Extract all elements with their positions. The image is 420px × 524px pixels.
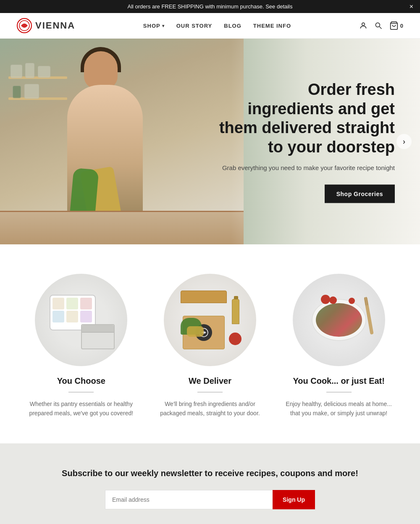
noodles-shape <box>187 326 204 337</box>
account-icon <box>359 21 368 30</box>
tomato-top-3 <box>349 298 355 304</box>
person-head <box>84 51 118 89</box>
announcement-bar: All orders are FREE SHIPPING with minimu… <box>0 0 420 13</box>
header-icons: 0 <box>359 21 403 30</box>
feature-divider-choose <box>68 392 94 393</box>
feature-desc-cook: Enjoy healthy, delicious meals at home..… <box>284 399 394 418</box>
feature-divider-deliver <box>197 392 223 393</box>
feature-title-deliver: We Deliver <box>189 376 231 386</box>
tomato-top-2 <box>329 296 337 304</box>
newsletter-section: Subscribe to our weekly newsletter to re… <box>0 443 420 524</box>
announcement-close-button[interactable]: × <box>410 3 413 10</box>
nav-item-our-story[interactable]: OUR STORY <box>176 23 213 29</box>
sign-up-button[interactable]: Sign Up <box>273 490 315 509</box>
jar-2 <box>25 63 34 78</box>
cart-icon <box>389 21 399 30</box>
svg-point-3 <box>375 23 380 27</box>
food-container <box>81 324 115 349</box>
email-input[interactable] <box>105 490 273 509</box>
nav-item-theme-info[interactable]: THEME INFO <box>253 23 291 29</box>
feature-divider-cook <box>326 392 352 393</box>
feature-desc-choose: Whether its pantry essentials or healthy… <box>26 399 136 418</box>
hero-subtitle: Grab everything you need to make your fa… <box>218 163 395 173</box>
logo-link[interactable]: VIENNA <box>17 18 75 33</box>
feature-circle-deliver <box>164 274 256 366</box>
hero-section: Order fresh ingredients and get them del… <box>0 39 420 244</box>
jar-3 <box>38 66 50 78</box>
main-nav: SHOP ▾ OUR STORY BLOG THEME INFO <box>143 23 291 29</box>
hero-cta-button[interactable]: Shop Groceries <box>325 184 395 203</box>
olive-oil-bottle <box>232 299 239 324</box>
announcement-text: All orders are FREE SHIPPING with minimu… <box>127 3 292 10</box>
hero-next-arrow[interactable]: › <box>396 134 412 149</box>
newsletter-form: Sign Up <box>105 490 315 509</box>
feature-item-cook: You Cook... or just Eat! Enjoy healthy, … <box>283 274 395 418</box>
feature-title-cook: You Cook... or just Eat! <box>293 376 385 386</box>
tomato-top-1 <box>321 295 330 304</box>
feature-circle-cook <box>293 274 385 366</box>
feature-circle-choose <box>35 274 127 366</box>
hero-image <box>0 39 244 244</box>
svg-point-2 <box>362 23 365 26</box>
search-icon <box>374 21 383 30</box>
nav-item-shop[interactable]: SHOP ▾ <box>143 23 165 29</box>
svg-line-4 <box>379 27 381 29</box>
feature-desc-deliver: We'll bring fresh ingredients and/or pac… <box>155 399 265 418</box>
features-grid: You Choose Whether its pantry essentials… <box>25 274 395 418</box>
hero-title: Order fresh ingredients and get them del… <box>218 80 395 157</box>
shop-dropdown-icon: ▾ <box>162 24 165 28</box>
logo-text: VIENNA <box>35 20 75 31</box>
feature-item-deliver: We Deliver We'll bring fresh ingredients… <box>154 274 266 418</box>
logo-icon <box>17 18 32 33</box>
search-button[interactable] <box>374 21 383 30</box>
hero-content: Order fresh ingredients and get them del… <box>218 80 395 203</box>
feature-title-choose: You Choose <box>57 376 105 386</box>
jar-4 <box>13 86 21 98</box>
header: VIENNA SHOP ▾ OUR STORY BLOG THEME INFO <box>0 13 420 39</box>
nav-item-blog[interactable]: BLOG <box>224 23 242 29</box>
food-plate <box>312 299 366 341</box>
account-button[interactable] <box>359 21 368 30</box>
counter-surface <box>0 211 244 244</box>
jar-1 <box>10 65 22 78</box>
jar-5 <box>24 84 39 99</box>
newsletter-title: Subscribe to our weekly newsletter to re… <box>17 469 403 478</box>
feature-item-choose: You Choose Whether its pantry essentials… <box>25 274 137 418</box>
features-section: You Choose Whether its pantry essentials… <box>0 244 420 443</box>
box-lid <box>181 291 227 303</box>
tomato-shape <box>229 333 242 345</box>
cart-count: 0 <box>400 23 403 29</box>
cart-button[interactable]: 0 <box>389 21 403 30</box>
